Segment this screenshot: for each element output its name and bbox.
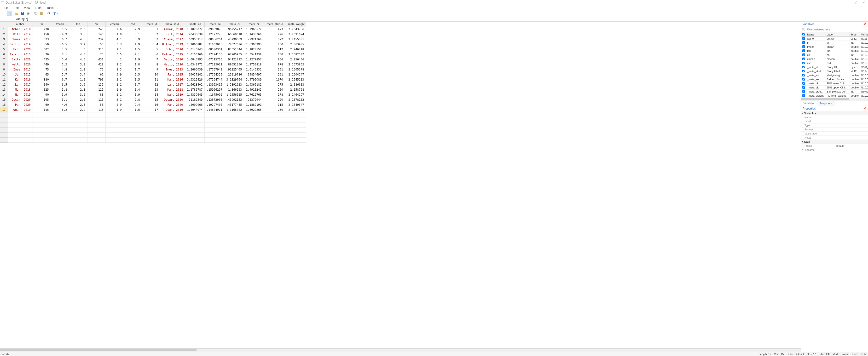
- cell[interactable]: 239: [87, 37, 105, 42]
- cell[interactable]: .17757942: [205, 67, 224, 72]
- cell[interactable]: 275: [264, 82, 285, 87]
- variable-row[interactable]: cmeancmeandouble%10.0g: [801, 57, 868, 61]
- cell[interactable]: .07315766: [205, 57, 224, 62]
- cell[interactable]: .19297408: [205, 102, 224, 108]
- cell[interactable]: 880: [33, 77, 51, 82]
- cell[interactable]: 115: [87, 108, 105, 113]
- cell[interactable]: 50: [33, 42, 51, 47]
- cell[interactable]: 2.063985: [285, 42, 306, 47]
- edit-mode-toggle-icon[interactable]: [1, 11, 6, 16]
- cell[interactable]: .14684921: [205, 108, 224, 113]
- cell[interactable]: 1.6: [124, 108, 142, 113]
- cell[interactable]: 150: [264, 52, 285, 57]
- cell[interactable]: 150: [33, 32, 51, 37]
- cell[interactable]: 2.5: [69, 102, 87, 108]
- cell[interactable]: 2.1: [124, 52, 142, 57]
- cell[interactable]: Quan, 2019: [8, 108, 33, 113]
- cell[interactable]: 88: [87, 92, 105, 97]
- variable-row[interactable]: _meta_idStudy IDbyte%9.0g: [801, 65, 868, 69]
- cell[interactable]: Nan, 2019: [160, 92, 185, 97]
- cell[interactable]: .60037242: [185, 72, 205, 77]
- cell[interactable]: Chase, 2017: [8, 37, 33, 42]
- cell[interactable]: 856: [264, 57, 285, 62]
- cell[interactable]: 3.3: [69, 82, 87, 87]
- var-checkbox[interactable]: [802, 41, 805, 44]
- cell[interactable]: 66: [87, 72, 105, 77]
- cell[interactable]: 6.5: [51, 42, 69, 47]
- cell[interactable]: 178: [264, 92, 285, 97]
- cell[interactable]: 878: [264, 62, 285, 67]
- cell[interactable]: Man, 2018: [160, 87, 185, 92]
- cell[interactable]: 1.9: [124, 92, 142, 97]
- cell[interactable]: Lan, 2017: [8, 82, 33, 87]
- var-checkbox[interactable]: [802, 86, 805, 89]
- cell[interactable]: 12: [142, 82, 160, 87]
- cell[interactable]: 5.5: [51, 27, 69, 32]
- column-header[interactable]: tn: [33, 22, 51, 27]
- row-header[interactable]: 2: [0, 32, 8, 37]
- open-icon[interactable]: [14, 11, 20, 16]
- cell[interactable]: 5: [142, 47, 160, 52]
- cell[interactable]: Pan, 2020: [8, 102, 33, 108]
- column-header[interactable]: cn: [87, 22, 105, 27]
- cell[interactable]: 2.6: [105, 27, 124, 32]
- cell[interactable]: .08580301: [205, 47, 224, 52]
- cell[interactable]: .67705935: [224, 52, 244, 57]
- search-icon[interactable]: [46, 11, 52, 16]
- cell[interactable]: 2.2: [105, 77, 124, 82]
- tab-snapshots[interactable]: Snapshots: [817, 101, 834, 106]
- cell[interactable]: Jan, 2015: [8, 72, 33, 77]
- cell[interactable]: .71182549: [185, 97, 205, 102]
- cell[interactable]: Galla, 2020: [160, 57, 185, 62]
- cell[interactable]: 1.866333: [224, 87, 244, 92]
- menu-data[interactable]: Data: [33, 6, 44, 10]
- cell[interactable]: 5.2: [51, 108, 69, 113]
- cell[interactable]: 431: [87, 57, 105, 62]
- cell[interactable]: .90955717: [224, 27, 244, 32]
- variable-row[interactable]: csdcsddouble%10.0g: [801, 61, 868, 65]
- cell[interactable]: 1.1882191: [244, 102, 264, 108]
- cell[interactable]: 135: [87, 82, 105, 87]
- cell[interactable]: 14: [142, 92, 160, 97]
- cell[interactable]: 1.3891623: [224, 82, 244, 87]
- cell[interactable]: 2.1464297: [285, 92, 306, 97]
- cell[interactable]: 2.1305378: [285, 67, 306, 72]
- cell[interactable]: 2.1878182: [285, 97, 306, 102]
- paste-icon[interactable]: [39, 11, 44, 16]
- cell-value-input[interactable]: [44, 16, 868, 21]
- cell[interactable]: 146: [87, 32, 105, 37]
- cell[interactable]: 790: [87, 77, 105, 82]
- variable-row[interactable]: cncnint%10.0g: [801, 53, 868, 57]
- var-checkbox[interactable]: [802, 90, 805, 93]
- cell[interactable]: 3.9: [105, 72, 124, 77]
- var-checkbox[interactable]: [802, 70, 805, 72]
- cell[interactable]: 302: [33, 47, 51, 52]
- row-header[interactable]: 12: [0, 82, 8, 87]
- row-header[interactable]: 3: [0, 37, 8, 42]
- cell[interactable]: 105: [33, 97, 51, 102]
- cell[interactable]: 2.1049547: [285, 102, 306, 108]
- variable-row[interactable]: _meta_cil95% lower CI limit for H...doub…: [801, 82, 868, 86]
- var-checkbox[interactable]: [802, 66, 805, 68]
- cell[interactable]: 1.9: [105, 32, 124, 37]
- cell[interactable]: 1.4: [124, 87, 142, 92]
- cell[interactable]: 90: [33, 92, 51, 97]
- cell[interactable]: 1.0146843: [185, 47, 205, 52]
- cell[interactable]: 7: [142, 57, 160, 62]
- cell[interactable]: 3.5: [105, 52, 124, 57]
- column-header[interactable]: _meta_se: [205, 22, 224, 27]
- cell[interactable]: Man, 2018: [8, 87, 33, 92]
- cell[interactable]: 2.158768: [285, 87, 306, 92]
- cell[interactable]: 3.9: [124, 37, 142, 42]
- cell[interactable]: 1.2279857: [244, 57, 264, 62]
- cell[interactable]: 3.1: [105, 97, 124, 102]
- cell[interactable]: 1.0342972: [185, 62, 205, 67]
- cell[interactable]: 2.4910243: [244, 87, 264, 92]
- cell[interactable]: .66569618: [224, 32, 244, 37]
- cell[interactable]: 1.2663039: [185, 67, 205, 72]
- cell[interactable]: 3.8: [69, 62, 87, 67]
- cell[interactable]: 2.1767746: [285, 108, 306, 113]
- cell[interactable]: 310: [87, 47, 105, 52]
- cell[interactable]: 4.3: [69, 57, 87, 62]
- cell[interactable]: .17274155: [205, 52, 224, 57]
